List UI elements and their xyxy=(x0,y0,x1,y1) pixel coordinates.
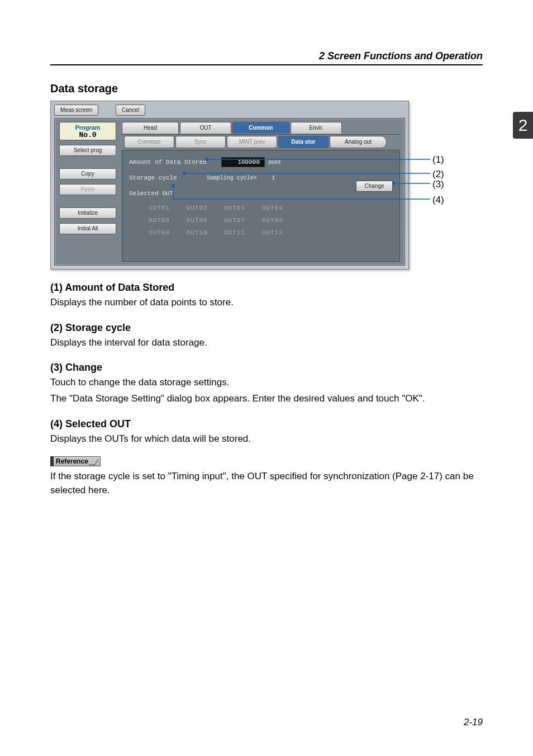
subtab-mint-prev[interactable]: MINT prev xyxy=(227,136,277,148)
out11: OUT11 xyxy=(218,226,251,239)
out-row: OUT09 OUT10 OUT11 OUT12 xyxy=(142,226,393,239)
heading-3: (3) Change xyxy=(50,362,483,374)
screenshot: Meas screen Cancel Program No.0 Select p… xyxy=(50,101,409,270)
page-header: 2 Screen Functions and Operation xyxy=(50,50,483,65)
tab-envir[interactable]: Envir. xyxy=(291,122,342,134)
top-tab-row: Head OUT Common Envir. xyxy=(122,122,400,134)
para-3a: Touch to change the data storage setting… xyxy=(50,376,483,390)
amount-label: Amount of Data Stored xyxy=(129,159,207,166)
out-row: OUT05 OUT06 OUT07 OUT08 xyxy=(142,214,393,226)
section-title: Data storage xyxy=(50,82,483,95)
subtab-sync[interactable]: Sync xyxy=(175,136,226,148)
para-4: Displays the OUTs for which data will be… xyxy=(50,432,483,446)
out02: OUT02 xyxy=(180,202,214,214)
screenshot-wrapper: Meas screen Cancel Program No.0 Select p… xyxy=(50,101,441,270)
para-3b: The "Data Storage Setting" dialog box ap… xyxy=(50,392,483,406)
sampling-label: Sampling cycle× xyxy=(207,175,257,181)
sampling-value: 1 xyxy=(272,174,275,181)
reference-badge: Reference xyxy=(50,456,101,466)
out04: OUT04 xyxy=(256,202,289,214)
subtab-analog-out[interactable]: Analog out xyxy=(330,136,387,148)
page-number: 2-19 xyxy=(464,717,483,728)
copy-button[interactable]: Copy xyxy=(59,168,116,179)
selected-label: Selected OUT xyxy=(129,190,173,197)
meas-screen-button[interactable]: Meas screen xyxy=(54,105,98,116)
cancel-button[interactable]: Cancel xyxy=(116,105,145,116)
heading-1: (1) Amount of Data Stored xyxy=(50,282,483,294)
sub-tab-row: Common Sync MINT prev Data stor Analog o… xyxy=(122,134,400,147)
paste-button[interactable]: Paste xyxy=(59,184,116,195)
main-area: Head OUT Common Envir. Common Sync MINT … xyxy=(122,122,400,262)
out12: OUT12 xyxy=(256,226,289,239)
chapter-tab: 2 xyxy=(513,112,533,139)
amount-unit: point xyxy=(269,159,281,165)
select-prog-button[interactable]: Select prog xyxy=(59,145,116,156)
callout-2: (2) xyxy=(432,169,444,180)
program-label: Program xyxy=(60,124,116,131)
para-2: Displays the interval for data storage. xyxy=(50,336,483,350)
callout-lines xyxy=(408,101,453,268)
heading-4: (4) Selected OUT xyxy=(50,418,483,430)
program-number: No.0 xyxy=(60,131,116,139)
storage-row: Storage cycle Sampling cycle× 1 xyxy=(129,172,393,184)
subtab-data-stor[interactable]: Data stor xyxy=(278,136,329,148)
out01: OUT01 xyxy=(142,202,176,214)
change-button[interactable]: Change xyxy=(356,181,393,192)
out-row: OUT01 OUT02 OUT03 OUT04 xyxy=(142,202,393,214)
storage-label: Storage cycle xyxy=(129,174,177,181)
out07: OUT07 xyxy=(218,214,251,226)
amount-row: Amount of Data Stored 100000 point xyxy=(129,156,393,168)
tab-common[interactable]: Common xyxy=(232,122,289,134)
out03: OUT03 xyxy=(218,202,251,214)
reference-text: If the storage cycle is set to "Timing i… xyxy=(50,470,483,497)
subtab-common[interactable]: Common xyxy=(124,136,174,148)
content-pane: Amount of Data Stored 100000 point Stora… xyxy=(122,150,400,262)
selected-row: Selected OUT xyxy=(129,187,393,200)
left-column: Program No.0 Select prog Copy Paste Init… xyxy=(59,122,116,234)
initialize-button[interactable]: Initialize xyxy=(59,207,116,219)
program-box: Program No.0 xyxy=(59,122,116,140)
out08: OUT08 xyxy=(256,214,289,226)
callouts: (1) (2) (3) (4) xyxy=(408,101,453,268)
out-grid: OUT01 OUT02 OUT03 OUT04 OUT05 OUT06 OUT0… xyxy=(142,202,393,239)
para-1: Displays the number of data points to st… xyxy=(50,296,483,310)
callout-1: (1) xyxy=(432,154,444,166)
out05: OUT05 xyxy=(142,214,176,226)
tab-head[interactable]: Head xyxy=(122,122,179,134)
amount-value: 100000 xyxy=(221,157,265,167)
callout-4: (4) xyxy=(432,195,444,206)
callout-3: (3) xyxy=(432,179,444,190)
inner-panel: Program No.0 Select prog Copy Paste Init… xyxy=(54,118,405,266)
out09: OUT09 xyxy=(142,226,176,239)
out10: OUT10 xyxy=(180,226,214,239)
initial-all-button[interactable]: Initial All xyxy=(59,223,116,234)
heading-2: (2) Storage cycle xyxy=(50,322,483,334)
out06: OUT06 xyxy=(180,214,214,226)
tab-out[interactable]: OUT xyxy=(180,122,231,134)
